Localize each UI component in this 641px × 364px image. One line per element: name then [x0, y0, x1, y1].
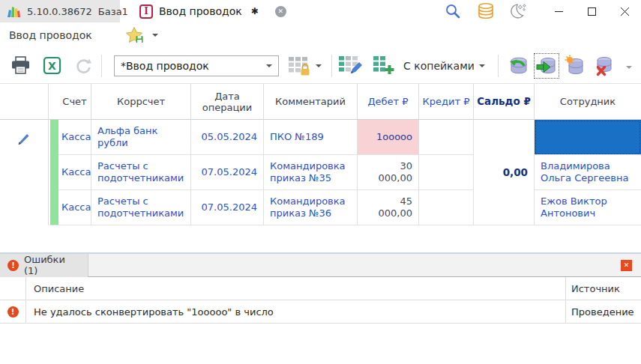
export-excel-button[interactable]: X	[39, 52, 64, 79]
column-header-marker	[49, 84, 58, 120]
cell-corr-account[interactable]: Расчеты с подотчетниками	[91, 155, 191, 190]
grid-locked-button[interactable]	[286, 52, 311, 79]
tab-close-icon[interactable]: ✕	[275, 6, 286, 17]
form-title: Ввод проводок	[9, 29, 92, 41]
maximize-button[interactable]	[575, 0, 608, 22]
errors-header-gutter	[0, 277, 26, 300]
document-tab-title: Ввод проводок	[159, 5, 242, 17]
edit-pencil-icon	[17, 131, 31, 145]
cell-date[interactable]: 05.05.2024	[191, 120, 264, 155]
cell-date[interactable]: 07.05.2024	[191, 190, 264, 225]
search-icon[interactable]	[443, 1, 463, 21]
grid-add-icon	[372, 55, 395, 76]
cell-account[interactable]: Касса	[58, 120, 91, 155]
database-delete-icon	[592, 55, 615, 77]
errors-header-source[interactable]: Источник	[566, 283, 641, 294]
app-version: 5.10.0.38672	[27, 6, 92, 17]
quick-access-bar: Ввод проводок	[0, 22, 641, 48]
cell-credit[interactable]	[419, 155, 474, 190]
close-button[interactable]	[608, 0, 641, 22]
postings-grid: Счет Коррсчет Дата операции Комментарий …	[0, 84, 641, 225]
errors-panel: ! Ошибки (1) ✕ Описание Источник ! Не уд…	[0, 254, 641, 324]
column-header-corr-account[interactable]: Коррсчет	[91, 84, 191, 120]
toolbar-separator	[498, 55, 499, 77]
errors-header-description[interactable]: Описание	[26, 277, 566, 300]
content-gap	[0, 225, 641, 252]
printer-icon	[10, 56, 31, 75]
database-name: База1	[98, 6, 128, 17]
application-window: 5.10.0.38672 База1 I Ввод проводок ✱ ✕	[0, 0, 641, 364]
cell-corr-account[interactable]: Расчеты с подотчетниками	[91, 190, 191, 225]
column-header-employee[interactable]: Сотрудник	[535, 84, 641, 120]
document-type-icon: I	[139, 4, 153, 19]
cell-comment[interactable]: Командировка приказ №35	[264, 155, 358, 190]
view-selector-value: *Ввод проводок	[121, 60, 209, 72]
toolbar-overflow-caret[interactable]	[626, 60, 634, 71]
print-button[interactable]	[7, 52, 33, 79]
cell-debit[interactable]: 30 000,00	[358, 155, 419, 190]
column-header-credit[interactable]: Кредит ₽	[419, 84, 474, 120]
column-header-saldo[interactable]: Сальдо ₽	[474, 84, 535, 120]
favorite-dropdown-caret[interactable]	[152, 34, 158, 37]
star-save-icon	[125, 26, 145, 44]
errors-tab[interactable]: ! Ошибки (1)	[0, 254, 88, 277]
cell-account[interactable]: Касса	[58, 190, 91, 225]
toolbar-separator	[101, 55, 102, 77]
night-mode-icon[interactable]	[509, 1, 529, 21]
new-record-button[interactable]	[562, 53, 588, 79]
refresh-button[interactable]	[70, 52, 96, 79]
cell-comment[interactable]: ПКО №189	[264, 120, 358, 155]
favorite-save-button[interactable]	[125, 26, 145, 44]
row-gutter	[0, 120, 49, 225]
edit-table-button[interactable]	[337, 52, 363, 79]
column-header-account[interactable]: Счет	[58, 84, 91, 120]
error-badge-icon: !	[7, 260, 19, 271]
post-current-button[interactable]	[534, 53, 559, 79]
modified-indicator: ✱	[251, 6, 259, 16]
excel-icon: X	[43, 56, 61, 75]
row-status-marker	[49, 120, 58, 225]
cell-account[interactable]: Касса	[58, 155, 91, 190]
kopecks-caret-icon	[479, 64, 485, 67]
cell-credit[interactable]	[419, 190, 474, 225]
app-logo-icon	[6, 4, 21, 19]
kopecks-mode-dropdown[interactable]: С копейками	[396, 60, 493, 72]
document-tab[interactable]: I Ввод проводок ✱ ✕	[139, 4, 286, 19]
grid-lock-icon	[287, 55, 310, 76]
error-icon: !	[7, 306, 19, 318]
cell-debit-invalid[interactable]: 1ооооо	[358, 120, 419, 155]
cell-corr-account[interactable]: Альфа банк рубли	[91, 120, 191, 155]
titlebar-tools	[443, 0, 641, 22]
error-row[interactable]: ! Не удалось сконвертировать "1ооооо" в …	[0, 300, 641, 324]
error-description: Не удалось сконвертировать "1ооооо" в чи…	[26, 300, 566, 323]
view-selector-combobox[interactable]: *Ввод проводок	[114, 55, 279, 76]
grid-options-caret[interactable]	[316, 64, 322, 67]
cell-debit[interactable]: 45 000,00	[358, 190, 419, 225]
window-controls	[542, 0, 641, 22]
app-identity: 5.10.0.38672 База1	[0, 0, 120, 22]
errors-header-row: Описание Источник	[0, 277, 641, 300]
database-new-icon	[564, 55, 586, 77]
post-all-button[interactable]	[505, 53, 531, 79]
database-post-icon	[535, 55, 558, 77]
column-header-date[interactable]: Дата операции	[191, 84, 264, 120]
column-header-gutter	[0, 84, 49, 120]
toolbar-separator	[331, 55, 332, 77]
delete-record-button[interactable]	[591, 53, 616, 79]
saldo-total-cell[interactable]: 0,00	[474, 120, 535, 225]
cell-employee[interactable]: Владимирова Ольга Сергеевна	[535, 155, 641, 190]
errors-tab-label: Ошибки (1)	[24, 254, 80, 276]
add-column-button[interactable]	[370, 52, 396, 79]
cell-credit[interactable]	[419, 120, 474, 155]
cell-employee-selected[interactable]	[535, 120, 641, 155]
minimize-button[interactable]	[542, 0, 575, 22]
cell-comment[interactable]: Командировка приказ №36	[264, 190, 358, 225]
error-source: Проведение	[566, 306, 641, 318]
cell-date[interactable]: 07.05.2024	[191, 155, 264, 190]
column-header-debit[interactable]: Дебет ₽	[358, 84, 419, 120]
cell-employee[interactable]: Ежов Виктор Антонович	[535, 190, 641, 225]
database-icon[interactable]	[476, 1, 496, 21]
column-header-comment[interactable]: Комментарий	[264, 84, 358, 120]
title-bar: 5.10.0.38672 База1 I Ввод проводок ✱ ✕	[0, 0, 641, 22]
errors-panel-close-button[interactable]: ✕	[621, 260, 632, 271]
